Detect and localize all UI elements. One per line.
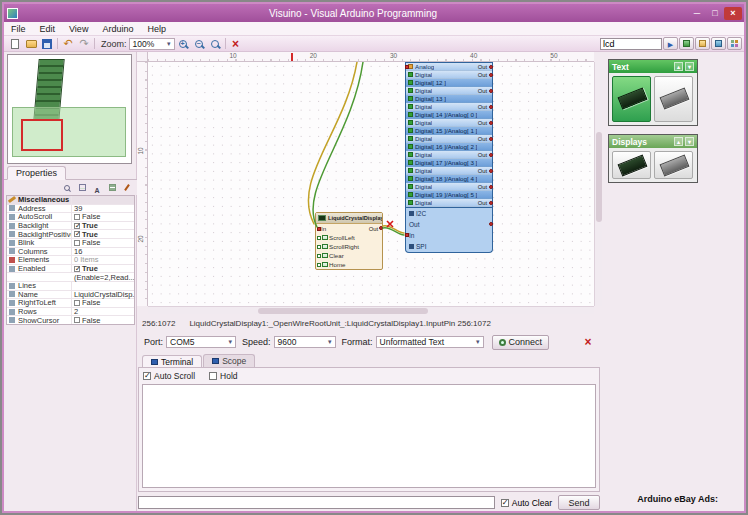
input-pin[interactable] (405, 65, 409, 69)
property-value[interactable]: (Enable=2,Read... (74, 273, 134, 282)
close-button[interactable] (724, 7, 742, 20)
auto-scroll-checkbox[interactable] (143, 372, 151, 380)
palette-group-header[interactable]: Text (609, 60, 697, 73)
group-expand-icon[interactable] (685, 62, 694, 71)
bus-pin-row[interactable]: In (406, 230, 492, 241)
redo-button[interactable] (76, 37, 92, 51)
board-pin-row[interactable]: Digital Out (406, 183, 492, 191)
prop-categorize-button[interactable] (106, 182, 118, 193)
prop-search-button[interactable] (61, 182, 73, 193)
palette-view-button-1[interactable] (679, 37, 694, 50)
vertical-scrollbar[interactable] (594, 62, 602, 306)
wire-green[interactable] (313, 62, 363, 227)
output-pin[interactable] (489, 121, 493, 125)
component-tile[interactable] (654, 76, 693, 122)
output-pin[interactable] (379, 226, 383, 230)
input-pin[interactable] (317, 236, 321, 240)
board-pin-row[interactable]: Digital[ 17 ]/Analog[ 3 ] (406, 159, 492, 167)
undo-button[interactable] (60, 37, 76, 51)
board-pin-row[interactable]: Digital Out (406, 103, 492, 111)
save-button[interactable] (39, 37, 55, 51)
zoom-in-button[interactable] (175, 37, 191, 51)
search-go-button[interactable] (663, 37, 678, 50)
board-pin-row[interactable]: Digital Out (406, 151, 492, 159)
property-checkbox[interactable] (74, 300, 80, 306)
bus-pin-row[interactable]: Out (406, 219, 492, 230)
component-tile[interactable] (612, 151, 651, 179)
board-pin-row[interactable]: Digital[ 12 ] (406, 79, 492, 87)
close-panel-button[interactable] (580, 335, 596, 349)
prop-grid-view-button[interactable] (76, 182, 88, 193)
board-pin-row[interactable]: Digital[ 16 ]/Analog[ 2 ] (406, 143, 492, 151)
palette-view-button-3[interactable] (711, 37, 726, 50)
property-row[interactable]: ShowCursor False (7, 316, 134, 325)
menu-item[interactable]: View (62, 24, 95, 34)
output-pin[interactable] (489, 169, 493, 173)
palette-view-button-2[interactable] (695, 37, 710, 50)
horizontal-scrollbar[interactable] (148, 306, 594, 314)
input-pin[interactable] (405, 233, 409, 237)
port-select[interactable]: COM5 (166, 336, 236, 348)
zoom-out-button[interactable] (191, 37, 207, 51)
group-expand-icon[interactable] (685, 137, 694, 146)
property-checkbox[interactable] (74, 223, 80, 229)
wire-lcd-out-yellow[interactable] (383, 226, 404, 233)
wire-yellow[interactable] (308, 62, 357, 224)
menu-item[interactable]: File (4, 24, 33, 34)
board-pin-row[interactable]: Analog Out (406, 63, 492, 71)
property-value[interactable]: False (82, 316, 100, 325)
design-navigator[interactable] (7, 54, 132, 164)
new-project-button[interactable] (7, 37, 23, 51)
scrollbar-thumb[interactable] (258, 308, 428, 314)
board-pin-row[interactable]: Digital[ 13 ] (406, 95, 492, 103)
palette-group-header[interactable]: Displays (609, 135, 697, 148)
zoom-select[interactable]: 100% (129, 38, 175, 50)
board-pin-row[interactable]: Digital Out (406, 119, 492, 127)
lcd-pin-row[interactable]: ScrollRight (316, 242, 382, 251)
output-pin[interactable] (489, 222, 493, 226)
board-pin-row[interactable]: Digital Out (406, 167, 492, 175)
menu-item[interactable]: Edit (33, 24, 63, 34)
output-pin[interactable] (489, 153, 493, 157)
search-input[interactable] (600, 38, 662, 50)
property-checkbox[interactable] (74, 214, 80, 220)
delete-button[interactable] (228, 37, 244, 51)
board-pin-row[interactable]: Digital[ 18 ]/Analog[ 4 ] (406, 175, 492, 183)
property-checkbox[interactable] (74, 317, 80, 323)
output-pin[interactable] (489, 137, 493, 141)
lcd-pin-row[interactable]: Clear (316, 251, 382, 260)
terminal-tab[interactable]: Scope (203, 354, 255, 367)
arduino-board-component[interactable]: Analog Out Digital Out (405, 62, 493, 208)
output-pin[interactable] (489, 185, 493, 189)
component-tile[interactable] (612, 76, 651, 122)
output-pin[interactable] (489, 73, 493, 77)
input-pin[interactable] (317, 263, 321, 267)
lcd-component[interactable]: LiquidCrystalDisplay1 In Out (315, 212, 383, 270)
bus-pin-row[interactable]: SPI (406, 241, 492, 252)
output-pin[interactable] (489, 65, 493, 69)
menu-item[interactable]: Help (140, 24, 173, 34)
minimize-button[interactable] (688, 7, 706, 20)
design-canvas[interactable]: Analog Out Digital Out (148, 62, 594, 306)
output-pin[interactable] (489, 89, 493, 93)
component-tile[interactable] (654, 151, 693, 179)
title-bar[interactable]: Visuino - Visual Arduino Programming (4, 4, 744, 22)
arduino-bus-section[interactable]: I2C Out In (405, 208, 493, 253)
send-button[interactable]: Send (558, 495, 600, 510)
format-select[interactable]: Unformatted Text (376, 336, 484, 348)
speed-select[interactable]: 9600 (274, 336, 336, 348)
hold-checkbox[interactable] (209, 372, 217, 380)
output-pin[interactable] (489, 201, 493, 205)
property-checkbox[interactable] (74, 240, 80, 246)
lcd-pin-row[interactable]: In Out (316, 224, 382, 233)
property-checkbox[interactable] (74, 231, 80, 237)
property-checkbox[interactable] (74, 266, 80, 272)
board-pin-row[interactable]: Digital[ 15 ]/Analog[ 1 ] (406, 127, 492, 135)
board-pin-row[interactable]: Digital Out (406, 71, 492, 79)
board-pin-row[interactable]: Digital Out (406, 87, 492, 95)
open-button[interactable] (23, 37, 39, 51)
send-input[interactable] (138, 496, 495, 509)
terminal-output-area[interactable] (142, 384, 596, 488)
wire-lcd-out-green[interactable] (383, 228, 404, 235)
prop-sort-alpha-button[interactable] (91, 182, 103, 193)
